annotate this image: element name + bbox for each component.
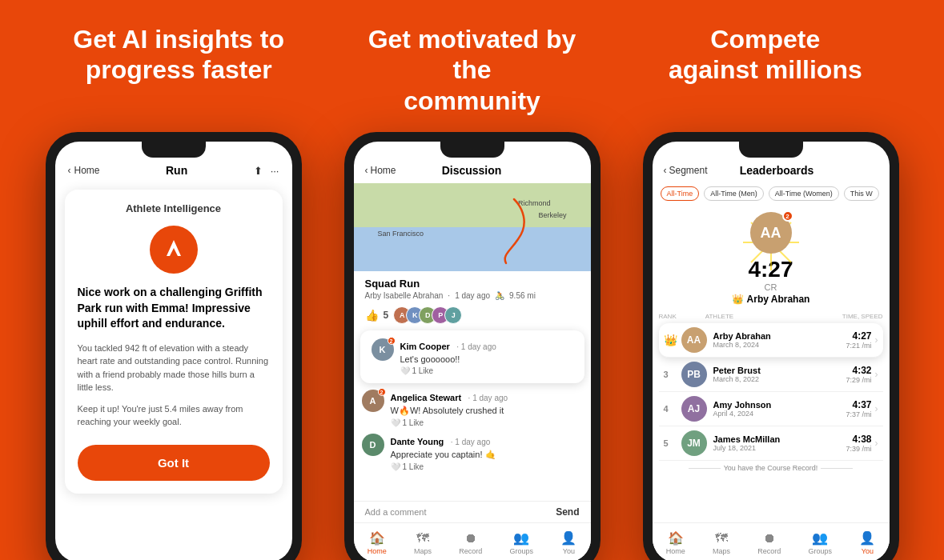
commenter-name-angelica: Angelica Stewart — [391, 393, 462, 402]
comment-time-kim: · 1 day ago — [456, 342, 496, 351]
lb-table-header: RANK ATHLETE TIME, SPEED — [653, 310, 890, 323]
filter-all-time-men[interactable]: All-Time (Men) — [704, 186, 764, 201]
rank-5: 5 — [664, 438, 681, 448]
comment-bubble-highlighted: K 2 Kim Cooper · 1 day ago Let's goooooo… — [360, 330, 584, 383]
phone2-back[interactable]: ‹ Home — [365, 165, 396, 176]
strava-logo-icon — [160, 236, 187, 263]
chevron-right-icon: › — [875, 403, 878, 414]
phone1-back[interactable]: ‹ Home — [68, 165, 100, 176]
run-distance: 9.56 mi — [509, 291, 536, 300]
phone3-notch — [739, 142, 803, 158]
athlete-col-label: ATHLETE — [677, 313, 842, 320]
crown-icon: 👑 — [732, 294, 744, 305]
chevron-left-icon: ‹ — [365, 165, 368, 176]
headline-community: Get motivated by the community — [351, 24, 592, 116]
nav-groups[interactable]: 👥 Groups — [510, 530, 534, 555]
nav3-maps[interactable]: 🗺 Maps — [713, 531, 730, 555]
got-it-button[interactable]: Got It — [78, 445, 270, 481]
chevron-right-icon: › — [875, 438, 878, 449]
thumbs-up-icon[interactable]: 👍 — [365, 309, 379, 322]
distance-icon: 🚴 — [495, 291, 504, 300]
groups-icon: 👥 — [812, 530, 828, 546]
nav3-groups[interactable]: 👥 Groups — [809, 530, 833, 555]
rank-3: 3 — [664, 370, 681, 379]
headline-ai: Get AI insights to progress faster — [58, 24, 299, 116]
leaderboard-table: 👑 AA Arby Abrahan March 8, 2024 4:27 7:2… — [653, 323, 890, 461]
ai-sub-text1: You tackled 942 ft of elevation with a s… — [78, 342, 270, 394]
phone2-screen: ‹ Home Discussion Richmond Berkeley San … — [354, 142, 591, 560]
comment-text-kim: Let's goooooo!! — [400, 354, 573, 364]
share-icon[interactable]: ⬆ — [254, 165, 263, 177]
lb-date-3: March 8, 2022 — [713, 375, 846, 383]
comment-content-angelica: Angelica Stewart · 1 day ago W🔥W! Absolu… — [391, 390, 583, 427]
filter-all-time[interactable]: All-Time — [661, 186, 700, 201]
chevron-right-icon: › — [875, 334, 878, 346]
cr-bar-left — [689, 468, 721, 469]
chevron-left-icon: ‹ — [664, 165, 667, 176]
lb-date-5: July 18, 2021 — [713, 444, 846, 452]
lb-info-5: James McMillan July 18, 2021 — [713, 434, 846, 452]
time-col-label: TIME, SPEED — [842, 313, 883, 320]
comment-text-angelica: W🔥W! Absolutely crushed it — [391, 406, 583, 416]
lb-time-info-3: 4:32 7:29 /mi — [846, 365, 871, 384]
nav-maps[interactable]: 🗺 Maps — [414, 531, 432, 555]
lb-avatar-3: PB — [681, 362, 707, 387]
lb-time-info-5: 4:38 7:39 /mi — [846, 434, 871, 453]
lb-time-1: 4:27 — [846, 330, 871, 342]
lb-name-4: Amy Johnson — [713, 400, 846, 410]
map-area: Richmond Berkeley San Francisco — [354, 183, 591, 271]
lb-info-1: Arby Abrahan March 8, 2024 — [713, 331, 846, 349]
more-icon[interactable]: ··· — [271, 165, 279, 177]
lb-time-3: 4:32 — [846, 365, 871, 376]
lb-pace-3: 7:29 /mi — [846, 376, 871, 384]
phone3-bottom-nav: 🏠 Home 🗺 Maps ⏺ Record 👥 Groups — [653, 522, 890, 560]
lb-pace-1: 7:21 /mi — [846, 342, 871, 350]
phone1-bezel: ‹ Home Run ⬆ ··· Athlete Intelligence — [46, 132, 302, 560]
lb-pace-4: 7:37 /mi — [846, 410, 871, 418]
lb-avatar-5: JM — [681, 430, 707, 456]
record-icon: ⏺ — [763, 531, 776, 546]
nav3-record[interactable]: ⏺ Record — [757, 531, 781, 555]
cr-notification-badge: 2 — [782, 210, 793, 222]
filter-this-week[interactable]: This W — [844, 186, 879, 201]
nav-record[interactable]: ⏺ Record — [459, 531, 482, 555]
send-button[interactable]: Send — [556, 506, 579, 518]
run-meta: Arby Isabelle Abrahan · 1 day ago 🚴 9.56… — [365, 291, 580, 300]
comment-like-kim[interactable]: 🤍 1 Like — [400, 366, 573, 375]
heart-icon: 🤍 — [400, 366, 410, 375]
lb-time-info-4: 4:37 7:37 /mi — [846, 399, 871, 418]
lb-time-5: 4:38 — [846, 434, 871, 445]
dot-separator: · — [448, 291, 450, 300]
nav3-home[interactable]: 🏠 Home — [666, 530, 685, 555]
header-row: Get AI insights to progress faster Get m… — [0, 0, 944, 132]
comment-input[interactable]: Add a comment — [365, 507, 556, 517]
rank-4: 4 — [664, 404, 681, 414]
cr-label: CR — [765, 282, 777, 292]
filter-all-time-women[interactable]: All-Time (Women) — [769, 186, 839, 201]
nav-you[interactable]: 👤 You — [560, 530, 576, 555]
comment-content-kim: Kim Cooper · 1 day ago Let's goooooo!! 🤍… — [400, 338, 573, 375]
phone3-back[interactable]: ‹ Segment — [664, 165, 708, 176]
commenter-name-kim: Kim Cooper — [400, 342, 450, 351]
phone3-bezel: ‹ Segment Leaderboards All-Time All-Time… — [643, 132, 899, 560]
maps-icon: 🗺 — [715, 531, 728, 546]
nav3-you[interactable]: 👤 You — [859, 530, 875, 555]
comment-row-angelica: A 2 Angelica Stewart · 1 day ago W🔥W! Ab… — [354, 386, 591, 430]
phone1-title: Run — [166, 164, 187, 177]
ai-card-title: Athlete Intelligence — [78, 202, 270, 214]
avatar-stack: A K D P J — [393, 306, 457, 324]
run-title: Squad Run — [365, 278, 580, 290]
lb-avatar-1: AA — [681, 327, 707, 353]
comment-like-dante[interactable]: 🤍 1 Like — [391, 462, 583, 471]
run-time: 1 day ago — [455, 291, 490, 300]
lb-row-5[interactable]: 5 JM James McMillan July 18, 2021 4:38 7… — [659, 426, 883, 461]
rank-col-label: RANK — [659, 313, 677, 320]
maps-icon: 🗺 — [416, 531, 429, 546]
nav-home[interactable]: 🏠 Home — [368, 530, 387, 555]
lb-row-3[interactable]: 3 PB Peter Brust March 8, 2022 4:32 7:29… — [659, 358, 883, 392]
comment-like-angelica[interactable]: 🤍 1 Like — [391, 418, 583, 427]
lb-row-1[interactable]: 👑 AA Arby Abrahan March 8, 2024 4:27 7:2… — [659, 323, 883, 358]
rank-crown-icon: 👑 — [664, 334, 681, 346]
notification-badge-angelica: 2 — [378, 388, 386, 396]
lb-row-4[interactable]: 4 AJ Amy Johnson April 4, 2024 4:37 7:37… — [659, 392, 883, 426]
